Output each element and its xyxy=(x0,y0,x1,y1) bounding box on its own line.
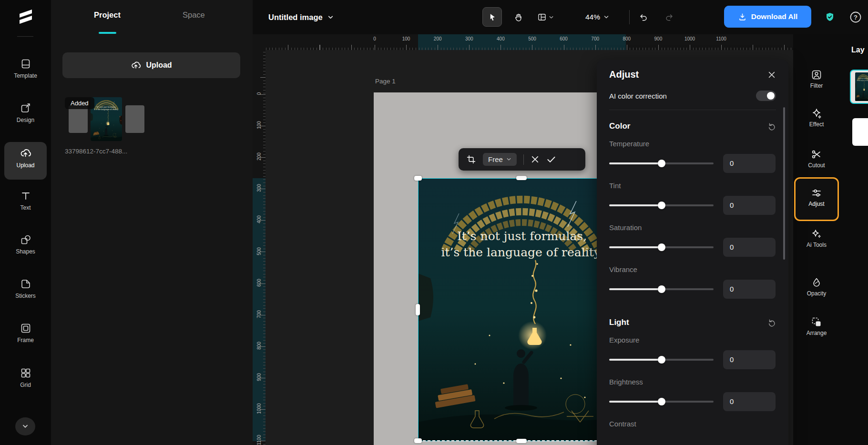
temperature-slider[interactable] xyxy=(609,162,714,164)
slider-label: Contrast xyxy=(609,420,776,428)
ruler-label: 600 xyxy=(560,36,568,41)
ruler-label: 500 xyxy=(528,36,536,41)
cursor-icon xyxy=(488,12,497,22)
layer-thumbnail-selected[interactable]: It’s not just formulas,it’s the language… xyxy=(850,70,868,104)
exposure-value-field[interactable]: 0 xyxy=(723,350,776,369)
brightness-slider[interactable] xyxy=(609,401,714,403)
slider-handle[interactable] xyxy=(658,243,665,251)
asset-panel: Project Space Upload It’s not just formu… xyxy=(51,0,253,445)
sidebar-item-text[interactable]: Text xyxy=(0,190,51,211)
tool-item-label: Filter xyxy=(810,83,823,89)
sidebar-item-label: Upload xyxy=(16,162,34,169)
document-title-dropdown[interactable]: Untitled image xyxy=(268,0,334,34)
slider-handle[interactable] xyxy=(658,398,665,405)
ruler-label: 600 xyxy=(256,276,262,289)
selection-handle-middle-left[interactable] xyxy=(416,304,420,315)
ruler-label: 300 xyxy=(465,36,473,41)
app-logo[interactable] xyxy=(0,8,51,25)
canvas-image-poster[interactable]: It’s not just formulas,it’s the language… xyxy=(418,178,626,441)
sidebar-item-shapes[interactable]: Shapes xyxy=(0,234,51,255)
ai-color-correction-toggle[interactable] xyxy=(756,91,776,101)
selection-handle-top-left[interactable] xyxy=(414,176,422,181)
saturation-value-field[interactable]: 0 xyxy=(723,238,776,257)
adjust-panel: Adjust AI color correction Color Tempera… xyxy=(597,60,788,445)
chevron-down-icon xyxy=(549,15,554,20)
frame-icon xyxy=(20,323,31,334)
tint-value-field[interactable]: 0 xyxy=(723,196,776,215)
tool-item-cutout[interactable]: Cutout xyxy=(793,149,840,169)
slider-label: Tint xyxy=(609,182,776,190)
crop-cancel-icon[interactable] xyxy=(531,155,540,164)
slider-label: Brightness xyxy=(609,378,776,386)
zoom-level-dropdown[interactable]: 44% xyxy=(585,0,609,34)
redo-button[interactable] xyxy=(661,9,678,26)
sidebar-item-grid[interactable]: Grid xyxy=(0,367,51,388)
slider-row-brightness: Brightness 0 xyxy=(597,372,788,411)
tab-space[interactable]: Space xyxy=(183,10,205,20)
tool-item-effect[interactable]: Effect xyxy=(793,108,840,128)
sidebar-item-label: Stickers xyxy=(15,293,36,299)
slider-handle[interactable] xyxy=(658,202,665,209)
crop-ratio-dropdown[interactable]: Free xyxy=(483,153,517,166)
brightness-value-field[interactable]: 0 xyxy=(723,392,776,411)
download-all-label: Download All xyxy=(751,12,798,21)
poster-quote-line2: it’s the language of reality. xyxy=(857,80,868,81)
slider-label: Saturation xyxy=(609,223,776,232)
exposure-slider[interactable] xyxy=(609,359,714,361)
slider-handle[interactable] xyxy=(658,356,665,364)
slider-label: Temperature xyxy=(609,140,776,148)
shield-check-button[interactable] xyxy=(823,10,837,24)
tool-item-label: Ai Tools xyxy=(807,242,827,248)
hand-tool-button[interactable] xyxy=(509,8,527,26)
toolbar-divider xyxy=(629,10,630,24)
rail-collapse-button[interactable] xyxy=(15,417,35,435)
tool-item-arrange[interactable]: Arrange xyxy=(793,316,840,336)
adjust-panel-close-icon[interactable] xyxy=(767,71,776,79)
saturation-slider[interactable] xyxy=(609,246,714,248)
slider-handle[interactable] xyxy=(658,160,665,167)
sidebar-item-template[interactable]: Template xyxy=(0,58,51,79)
download-all-button[interactable]: Download All xyxy=(724,6,811,28)
tool-item-adjust[interactable]: Adjust xyxy=(793,187,840,207)
layout-board-button[interactable] xyxy=(533,8,558,26)
asset-thumbnail[interactable]: It’s not just formulas,it’s the language… xyxy=(91,97,122,141)
asset-filename: 33798612-7cc7-488... xyxy=(65,148,127,155)
adjust-panel-scrollbar[interactable] xyxy=(783,107,785,260)
tool-item-ai-tools[interactable]: Ai Tools xyxy=(793,228,840,248)
layer-thumbnail-page[interactable] xyxy=(852,118,868,146)
slider-handle[interactable] xyxy=(658,285,665,293)
upload-button[interactable]: Upload xyxy=(62,52,240,78)
ruler-label: 100 xyxy=(402,36,410,41)
ruler-label: 800 xyxy=(256,339,262,352)
help-button[interactable]: ? xyxy=(848,10,863,24)
selection-handle-bottom-middle[interactable] xyxy=(516,439,527,443)
sidebar-item-stickers[interactable]: Stickers xyxy=(0,278,51,299)
select-tool-button[interactable] xyxy=(482,7,502,27)
ruler-vertical: 010020030040050060070080090010001100 xyxy=(253,50,266,445)
vibrance-slider[interactable] xyxy=(609,288,714,290)
undo-button[interactable] xyxy=(635,9,652,26)
ruler-label: 300 xyxy=(256,182,262,194)
tab-project[interactable]: Project xyxy=(94,10,121,20)
poster-quote-line1: It’s not just formulas, xyxy=(457,229,587,243)
sidebar-item-design[interactable]: Design xyxy=(0,102,51,123)
sidebar-item-frame[interactable]: Frame xyxy=(0,323,51,344)
active-tab-underline xyxy=(99,32,116,34)
tint-slider[interactable] xyxy=(609,204,714,206)
crop-confirm-icon[interactable] xyxy=(546,154,556,164)
template-icon xyxy=(20,58,31,70)
stickers-icon xyxy=(20,278,31,290)
selection-handle-bottom-left[interactable] xyxy=(414,438,422,443)
selection-handle-top-middle[interactable] xyxy=(516,176,527,180)
vibrance-value-field[interactable]: 0 xyxy=(723,280,776,299)
tool-item-filter[interactable]: Filter xyxy=(793,69,840,89)
crop-icon[interactable] xyxy=(466,154,476,164)
ruler-label: 0 xyxy=(256,87,262,100)
tool-item-opacity[interactable]: Opacity xyxy=(793,277,840,297)
color-reset-icon[interactable] xyxy=(767,122,776,131)
arrange-layers-icon xyxy=(811,316,822,328)
light-reset-icon[interactable] xyxy=(767,318,776,327)
undo-icon xyxy=(639,12,648,22)
temperature-value-field[interactable]: 0 xyxy=(723,154,776,173)
sidebar-item-upload[interactable]: Upload xyxy=(0,147,51,169)
